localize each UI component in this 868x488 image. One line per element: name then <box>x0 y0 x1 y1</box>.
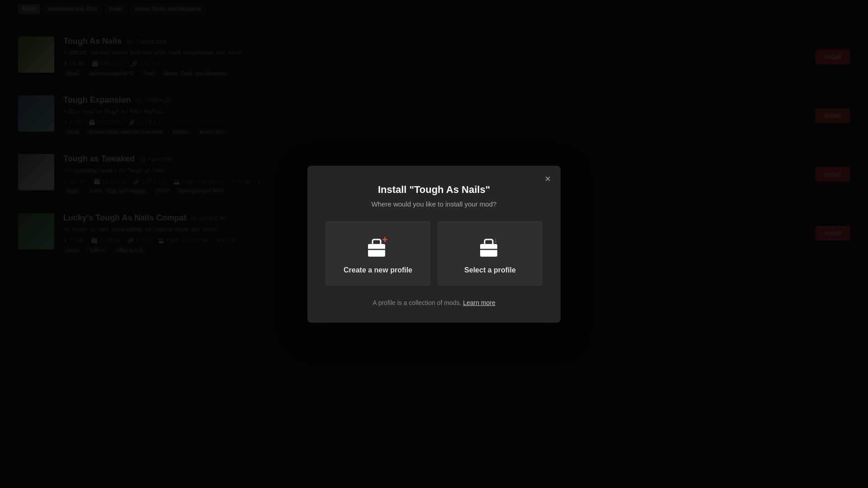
create-new-profile-option[interactable]: + Create a new profile <box>326 221 430 286</box>
svg-text:+: + <box>382 236 388 245</box>
modal-footer: A profile is a collection of mods. Learn… <box>326 299 542 306</box>
modal-subtitle: Where would you like to install your mod… <box>326 200 542 208</box>
modal-options: + Create a new profile ↓ <box>326 221 542 286</box>
install-modal: × Install "Tough As Nails" Where would y… <box>307 166 561 323</box>
select-profile-option[interactable]: ↓ Select a profile <box>438 221 542 286</box>
select-profile-label: Select a profile <box>464 266 516 274</box>
select-profile-icon: ↓ <box>478 235 502 259</box>
modal-title: Install "Tough As Nails" <box>326 184 542 196</box>
create-profile-icon: + <box>366 235 390 259</box>
svg-rect-0 <box>368 244 385 257</box>
svg-text:↓: ↓ <box>494 236 498 244</box>
modal-footer-text: A profile is a collection of mods. <box>373 299 461 306</box>
svg-rect-3 <box>480 244 497 257</box>
create-profile-label: Create a new profile <box>344 266 412 274</box>
modal-overlay: × Install "Tough As Nails" Where would y… <box>0 0 868 488</box>
learn-more-link[interactable]: Learn more <box>463 299 495 306</box>
modal-close-button[interactable]: × <box>543 172 552 186</box>
